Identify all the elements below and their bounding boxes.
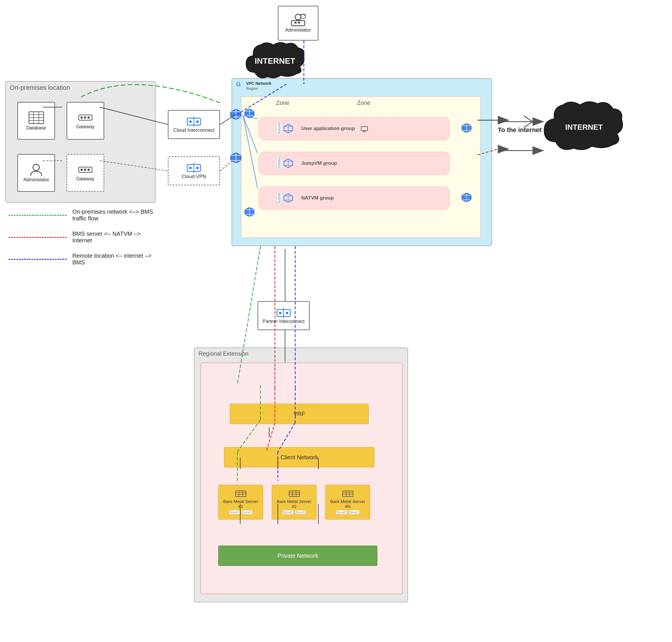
- legend-item-red: BMS server <– NATVM –> Internet: [9, 231, 159, 244]
- legend-box: On-premises network <–> BMS traffic flow…: [9, 208, 159, 274]
- vpc-box: VPC Network Region G Zone Zone Subnet Us…: [232, 78, 492, 246]
- svg-rect-1: [294, 22, 297, 24]
- bmsN-label: Bare Metal Server #N: [328, 499, 368, 509]
- admin-top-label: Administator: [285, 27, 311, 33]
- bms2-label: Bare Metal Server #2: [274, 499, 314, 509]
- svg-rect-88: [343, 491, 353, 497]
- svg-point-23: [88, 168, 90, 171]
- bms2-box: Bare Metal Server #2 Bond0 Bond1: [272, 485, 317, 519]
- private-network-box: Private Network: [218, 545, 378, 566]
- svg-point-73: [279, 312, 281, 314]
- user-app-group-label: User application group: [301, 126, 355, 131]
- on-premises-box: On-premises location Database Gateway: [5, 81, 156, 203]
- internet-cloud-right: INTERNET: [541, 95, 628, 159]
- svg-rect-4: [301, 14, 305, 18]
- cloud-vpn-label: Cloud VPN: [182, 174, 206, 180]
- partner-interconnect-label: Partner Interconnect: [263, 319, 305, 324]
- vrf-label: VRF: [293, 411, 305, 417]
- bmsN-bond0: Bond0: [336, 510, 347, 514]
- subnet-row-jumpvm: Subnet JumpVM group: [259, 152, 450, 175]
- subnet-row-natvm: Subnet NATVM group: [259, 187, 450, 210]
- regional-ext-box: Regional Extension VRF Client Network: [194, 347, 408, 602]
- cloud-interconnect-label: Cloud Interconnect: [173, 127, 215, 133]
- svg-point-74: [286, 312, 288, 314]
- gateway1-label: Gateway: [76, 124, 94, 129]
- jumpvm-group-label: JumpVM group: [301, 160, 337, 166]
- inner-pink-box: VRF Client Network Bare Metal Server #1 …: [200, 362, 403, 594]
- subnet-tag-1: Subnet: [276, 122, 282, 135]
- vpc-label: VPC Network: [246, 81, 272, 86]
- svg-point-17: [84, 116, 86, 119]
- regional-ext-label: Regional Extension: [199, 350, 248, 357]
- gateway2-label: Gateway: [76, 176, 94, 182]
- admin-op-label: Administator: [24, 177, 49, 182]
- svg-point-19: [33, 164, 39, 170]
- svg-point-18: [88, 116, 90, 119]
- vrf-box: VRF: [230, 404, 369, 424]
- bmsN-bond1: Bond1: [349, 510, 360, 514]
- partner-interconnect-box: Partner Interconnect: [258, 301, 309, 330]
- svg-text:INTERNET: INTERNET: [255, 56, 295, 65]
- svg-rect-2: [298, 22, 300, 24]
- arrow-right-top: [498, 113, 544, 130]
- diagram-container: Administator INTERNET INTERNET To the in…: [0, 0, 672, 642]
- bmsN-box: Bare Metal Server #N Bond0 Bond1: [325, 485, 370, 519]
- legend-item-blue: Remote location <– internet –> BMS: [9, 253, 159, 266]
- cloud-vpn-box: Cloud VPN: [168, 156, 220, 185]
- legend-line-blue: [9, 259, 67, 260]
- svg-text:INTERNET: INTERNET: [565, 123, 603, 131]
- arrow-right-bottom: [498, 142, 544, 159]
- database-label: Database: [26, 125, 46, 131]
- svg-rect-83: [289, 491, 300, 497]
- svg-point-30: [189, 167, 192, 169]
- svg-marker-8: [532, 146, 544, 155]
- bms2-bond1: Bond1: [295, 510, 306, 514]
- bms1-box: Bare Metal Server #1 Bond0 Bond1: [218, 485, 263, 519]
- svg-point-16: [80, 116, 83, 119]
- gateway2-box: Gateway: [67, 154, 104, 192]
- vpc-router-bottom: [244, 207, 255, 217]
- svg-point-3: [295, 14, 301, 20]
- svg-marker-7: [532, 117, 544, 126]
- subnet-row-user-app: Subnet User application group: [259, 117, 450, 140]
- svg-rect-78: [236, 491, 246, 497]
- svg-rect-36: [361, 127, 368, 131]
- legend-line-green: [9, 215, 67, 216]
- on-premises-label: On-premises location: [10, 84, 70, 91]
- gateway1-box: Gateway: [67, 102, 104, 140]
- junction-router-tl: [230, 108, 242, 120]
- cloud-interconnect-box: Cloud Interconnect: [168, 110, 220, 139]
- legend-line-red: [9, 237, 67, 238]
- svg-point-26: [189, 120, 192, 123]
- g-logo: G: [236, 81, 241, 88]
- legend-label-blue: Remote location <– internet –> BMS: [73, 253, 159, 266]
- vpc-sublabel: Region: [246, 86, 258, 91]
- subnet-tag-3: Subnet: [276, 192, 282, 204]
- bms1-label: Bare Metal Server #1: [221, 499, 261, 509]
- database-box: Database: [17, 102, 55, 140]
- zone-label-1: Zone: [276, 100, 289, 106]
- admin-op-box: Administator: [17, 154, 55, 192]
- client-network-box: Client Network: [224, 447, 374, 467]
- vpc-router-right-top: [461, 123, 472, 133]
- svg-point-21: [80, 168, 83, 171]
- bms1-bond1: Bond1: [242, 510, 253, 514]
- legend-item-green: On-premises network <–> BMS traffic flow: [9, 208, 159, 222]
- bms1-bond0: Bond0: [229, 510, 240, 514]
- svg-point-31: [196, 167, 199, 169]
- legend-label-green: On-premises network <–> BMS traffic flow: [73, 208, 159, 222]
- vpc-router-top: [244, 108, 255, 119]
- vpc-router-right-bottom: [461, 192, 472, 203]
- subnet-tag-2: Subnet: [276, 157, 282, 170]
- region-box: Zone Zone Subnet User application group: [241, 96, 481, 238]
- zone-label-2: Zone: [357, 100, 370, 106]
- junction-router-bl: [230, 152, 242, 164]
- internet-cloud-top: INTERNET: [243, 38, 307, 84]
- svg-point-27: [196, 120, 199, 123]
- bms2-bond0: Bond0: [282, 510, 293, 514]
- legend-label-red: BMS server <– NATVM –> Internet: [73, 231, 159, 244]
- svg-point-22: [84, 168, 86, 171]
- private-network-label: Private Network: [277, 553, 318, 559]
- administrator-top-box: Administator: [278, 6, 318, 40]
- client-network-label: Client Network: [280, 454, 318, 461]
